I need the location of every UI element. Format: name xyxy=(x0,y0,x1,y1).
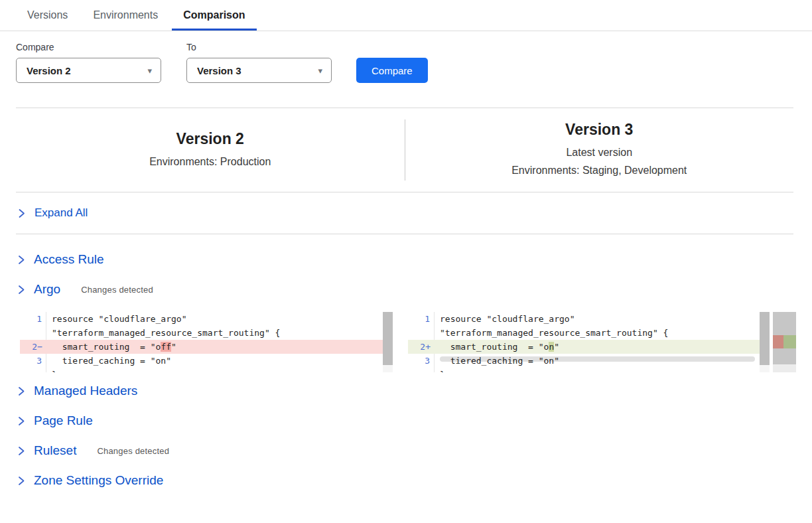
line-number xyxy=(20,368,46,372)
line-number: 2− xyxy=(20,340,46,354)
scrollbar-thumb[interactable] xyxy=(383,312,393,365)
tab-bar: VersionsEnvironmentsComparison xyxy=(0,0,812,31)
changes-detected-badge: Changes detected xyxy=(81,285,153,295)
tab-versions[interactable]: Versions xyxy=(16,0,79,31)
code-line: 2− smart_routing = "off" xyxy=(20,340,383,354)
version-comparison-header: Version 2 Environments: Production Versi… xyxy=(16,108,793,192)
section-argo[interactable]: ArgoChanges detected xyxy=(0,282,812,297)
vertical-scrollbar[interactable] xyxy=(760,312,770,372)
section-title: Argo xyxy=(34,282,60,297)
section-title: Page Rule xyxy=(34,413,93,428)
section-title: Access Rule xyxy=(34,252,104,267)
compare-button[interactable]: Compare xyxy=(356,58,428,83)
added-marker xyxy=(783,335,796,348)
expand-all-label: Expand All xyxy=(34,206,88,220)
line-number: 3 xyxy=(20,354,46,368)
left-version-title: Version 2 xyxy=(16,130,405,148)
removed-marker xyxy=(773,335,783,348)
section-zone-settings-override[interactable]: Zone Settings Override xyxy=(0,473,812,488)
changes-detected-badge: Changes detected xyxy=(97,446,169,456)
diff-panel-left: 1resource "cloudflare_argo""terraform_ma… xyxy=(20,312,393,372)
diff-panel-right: 1resource "cloudflare_argo""terraform_ma… xyxy=(408,312,796,372)
section-page-rule[interactable]: Page Rule xyxy=(0,413,812,428)
line-number: 1 xyxy=(20,312,46,326)
code-line: } xyxy=(20,368,383,372)
section-access-rule[interactable]: Access Rule xyxy=(0,252,812,267)
line-number: 3 xyxy=(408,354,435,368)
code-line: "terraform_managed_resource_smart_routin… xyxy=(20,326,383,340)
right-version-environments: Environments: Staging, Development xyxy=(405,161,794,179)
right-version-subtitle: Latest version xyxy=(405,143,794,161)
code-area: 1resource "cloudflare_argo""terraform_ma… xyxy=(408,312,760,372)
code-line: } xyxy=(408,368,760,372)
horizontal-scrollbar[interactable] xyxy=(440,356,755,362)
tab-comparison[interactable]: Comparison xyxy=(172,0,256,31)
diff-overview-minimap[interactable] xyxy=(773,312,796,372)
diff-viewer: 1resource "cloudflare_argo""terraform_ma… xyxy=(20,312,796,372)
chevron-right-icon xyxy=(17,255,25,265)
code-line: 1resource "cloudflare_argo" xyxy=(20,312,383,326)
chevron-right-icon xyxy=(17,386,25,396)
compare-to-label: To xyxy=(186,42,332,52)
sections: Access RuleArgoChanges detected1resource… xyxy=(0,234,812,488)
version-column-right: Version 3 Latest version Environments: S… xyxy=(405,114,794,186)
line-number xyxy=(408,326,435,340)
code-line: 3 tiered_caching = "on" xyxy=(20,354,383,368)
line-number xyxy=(20,326,46,340)
section-ruleset[interactable]: RulesetChanges detected xyxy=(0,443,812,458)
section-title: Ruleset xyxy=(34,443,76,458)
section-title: Zone Settings Override xyxy=(34,473,163,488)
compare-to-select[interactable]: Version 3 ▾ xyxy=(186,58,332,83)
diff-change-marker xyxy=(773,335,796,348)
version-column-left: Version 2 Environments: Production xyxy=(16,123,405,177)
line-number: 2+ xyxy=(408,340,435,354)
code-line: 2+ smart_routing = "on" xyxy=(408,340,760,354)
vertical-scrollbar[interactable] xyxy=(383,312,393,372)
compare-form: Compare Version 2 ▾ To Version 3 ▾ Compa… xyxy=(0,31,812,83)
code-line: 1resource "cloudflare_argo" xyxy=(408,312,760,326)
section-managed-headers[interactable]: Managed Headers xyxy=(0,384,812,398)
left-version-environments: Environments: Production xyxy=(16,153,405,171)
compare-to-value: Version 3 xyxy=(197,65,241,76)
minimap-track-end xyxy=(773,364,796,372)
line-number xyxy=(408,368,435,372)
chevron-right-icon xyxy=(17,446,25,456)
code-line: "terraform_managed_resource_smart_routin… xyxy=(408,326,760,340)
chevron-right-icon xyxy=(17,416,25,426)
compare-from-select[interactable]: Version 2 ▾ xyxy=(16,58,161,83)
scrollbar-thumb[interactable] xyxy=(760,312,770,365)
code-area: 1resource "cloudflare_argo""terraform_ma… xyxy=(20,312,383,372)
compare-to-field: To Version 3 ▾ xyxy=(186,42,332,83)
section-title: Managed Headers xyxy=(34,384,137,398)
line-number: 1 xyxy=(408,312,435,326)
tab-environments[interactable]: Environments xyxy=(82,0,169,31)
chevron-right-icon xyxy=(17,285,25,295)
compare-from-field: Compare Version 2 ▾ xyxy=(16,42,161,83)
chevron-down-icon: ▾ xyxy=(147,66,152,75)
compare-from-value: Version 2 xyxy=(27,65,71,76)
right-version-title: Version 3 xyxy=(405,121,794,139)
chevron-down-icon: ▾ xyxy=(318,66,322,75)
chevron-right-icon xyxy=(17,476,25,486)
expand-all-toggle[interactable]: Expand All xyxy=(0,192,812,234)
chevron-right-icon xyxy=(17,208,26,218)
compare-from-label: Compare xyxy=(16,42,161,52)
